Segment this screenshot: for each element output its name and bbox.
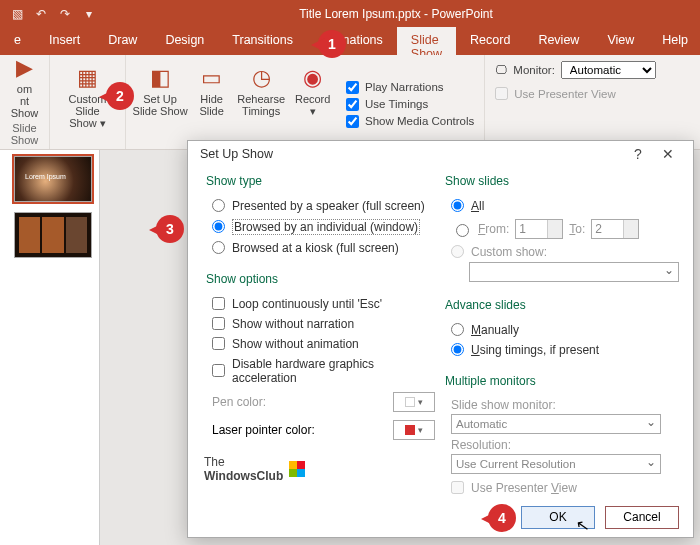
check-disable-hw[interactable]: Disable hardware graphics acceleration [206,354,435,388]
advance-head: Advance slides [445,298,679,312]
monitor-select[interactable]: Automatic [561,61,656,79]
clock-icon: ◷ [245,63,277,93]
redo-icon[interactable]: ↷ [58,7,72,21]
check-no-narration[interactable]: Show without narration [206,314,435,334]
callout-1: 1 [318,30,346,58]
thumb-1[interactable] [14,156,92,202]
to-label: To: [569,222,585,236]
play-narrations-check[interactable]: Play Narrations [346,81,474,94]
watermark: The WindowsClub [204,455,305,483]
tab-view[interactable]: View [593,27,648,55]
group-label: Slide Show [6,119,43,146]
resolution-dropdown: Use Current Resolution [451,454,661,474]
radio-custom-show: Custom show: [445,242,679,262]
close-icon[interactable]: ✕ [653,146,683,162]
custom-show-dropdown [469,262,679,282]
tab-record[interactable]: Record [456,27,524,55]
set-up-slide-show-btn[interactable]: ◧ Set UpSlide Show [132,59,188,117]
slide-show-monitor-dropdown: Automatic [451,414,661,434]
to-spinner[interactable]: 2 [591,219,639,239]
tab-design[interactable]: Design [151,27,218,55]
check-loop[interactable]: Loop continuously until 'Esc' [206,294,435,314]
show-media-check[interactable]: Show Media Controls [346,115,474,128]
show-type-head: Show type [206,174,435,188]
quick-access-toolbar: ▧ ↶ ↷ ▾ [4,7,96,21]
show-options-head: Show options [206,272,435,286]
cancel-button[interactable]: Cancel [605,506,679,529]
slides-icon: ▦ [72,63,104,93]
help-icon[interactable]: ? [623,146,653,162]
hide-icon: ▭ [196,63,228,93]
radio-browsed-individual[interactable]: Browsed by an individual (window) [206,216,435,238]
presenter-view-check [495,87,508,100]
radio-presented-speaker[interactable]: Presented by a speaker (full screen) [206,196,435,216]
pen-color-label: Pen color: [212,395,266,409]
monitor-label: Monitor: [513,64,555,76]
hide-slide-btn[interactable]: ▭ HideSlide [192,59,231,117]
tab-insert[interactable]: Insert [35,27,94,55]
rehearse-timings-btn[interactable]: ◷ RehearseTimings [235,59,287,117]
tab-help[interactable]: Help [648,27,700,55]
tab-review[interactable]: Review [524,27,593,55]
radio-manually[interactable]: Manually [445,320,679,340]
slide-show-monitor-label: Slide show monitor: [445,396,679,414]
use-timings-check[interactable]: Use Timings [346,98,474,111]
start-icon[interactable]: ▾ [82,7,96,21]
radio-all-slides[interactable]: All [445,196,679,216]
from-spinner[interactable]: 1 [515,219,563,239]
pen-color-picker [393,392,435,412]
set-up-show-dialog: Set Up Show ? ✕ Show type Presented by a… [187,140,694,538]
resolution-label: Resolution: [445,434,679,454]
thumb-2[interactable] [14,212,92,258]
monitor-icon: 🖵 [495,64,507,76]
slide-thumbnails [0,150,100,545]
undo-icon[interactable]: ↶ [34,7,48,21]
record-btn[interactable]: ◉ Record▾ [291,59,334,117]
radio-from[interactable] [456,224,469,237]
presentation-icon: ▶ [9,53,41,83]
tab-slide-show[interactable]: Slide Show [397,27,456,55]
from-current-btn[interactable]: ▶ omnt Show [6,49,43,119]
callout-3: 3 [156,215,184,243]
windows-logo-icon [289,461,305,477]
presenter-view-label: Use Presenter View [514,88,615,100]
dialog-title: Set Up Show [200,147,273,161]
window-title: Title Lorem Ipsum.pptx - PowerPoint [96,7,696,21]
show-slides-head: Show slides [445,174,679,188]
ribbon-tabs: e Insert Draw Design Transitions Animati… [0,27,700,55]
record-icon: ◉ [297,63,329,93]
dlg-presenter-view: Use Presenter View [445,478,679,498]
multiple-monitors-head: Multiple monitors [445,374,679,388]
radio-using-timings[interactable]: Using timings, if present [445,340,679,360]
laser-color-label: Laser pointer color: [212,423,315,437]
save-icon[interactable]: ▧ [10,7,24,21]
from-label: From: [478,222,509,236]
callout-4: 4 [488,504,516,532]
setup-icon: ◧ [144,63,176,93]
callout-2: 2 [106,82,134,110]
monitors-group: 🖵 Monitor: Automatic Use Presenter View [484,55,662,149]
tab-transitions[interactable]: Transitions [218,27,307,55]
tab-draw[interactable]: Draw [94,27,151,55]
radio-browsed-kiosk[interactable]: Browsed at a kiosk (full screen) [206,238,435,258]
check-no-animation[interactable]: Show without animation [206,334,435,354]
ribbon-checks: Play Narrations Use Timings Show Media C… [340,55,480,149]
laser-color-picker[interactable] [393,420,435,440]
title-bar: ▧ ↶ ↷ ▾ Title Lorem Ipsum.pptx - PowerPo… [0,0,700,27]
